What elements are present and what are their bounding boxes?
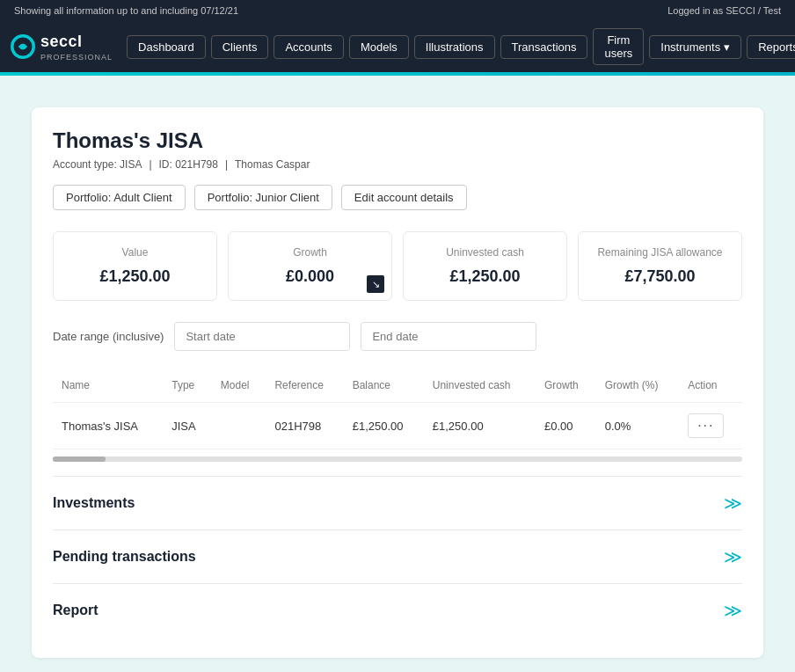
logo-icon — [11, 34, 35, 59]
row-model — [212, 403, 266, 449]
logo-text: seccl — [40, 33, 113, 51]
action-buttons: Portfolio: Adult Client Portfolio: Junio… — [53, 185, 742, 210]
nav-firm-users[interactable]: Firm users — [593, 28, 644, 65]
col-model: Model — [212, 369, 266, 403]
stat-value: Value £1,250.00 — [53, 231, 217, 301]
account-id-label: ID: 021H798 — [159, 158, 218, 171]
report-chevron-icon: ≫ — [724, 600, 742, 621]
pending-transactions-title: Pending transactions — [53, 549, 196, 565]
investments-section[interactable]: Investments ≫ — [53, 476, 742, 530]
nav-clients[interactable]: Clients — [211, 35, 269, 59]
row-growth: £0.00 — [536, 403, 596, 449]
col-name: Name — [53, 369, 163, 403]
date-range-label: Date range (inclusive) — [53, 330, 164, 343]
row-uninvested-cash: £1,250.00 — [424, 403, 536, 449]
row-growth-pct: 0.0% — [596, 403, 679, 449]
growth-arrow-icon: ↘ — [367, 275, 384, 293]
main-content: Thomas's JISA Account type: JISA | ID: 0… — [0, 76, 795, 672]
nav-accounts[interactable]: Accounts — [274, 35, 343, 59]
portfolio-junior-btn[interactable]: Portfolio: Junior Client — [194, 185, 332, 210]
stat-jisa-allowance: Remaining JISA allowance £7,750.00 — [578, 231, 742, 301]
nav-left: seccl PROFESSIONAL Dashboard Clients Acc… — [11, 28, 795, 65]
accounts-table: Name Type Model Reference Balance Uninve… — [53, 369, 742, 449]
col-reference: Reference — [266, 369, 343, 403]
investments-chevron-icon: ≫ — [724, 493, 742, 514]
row-balance: £1,250.00 — [344, 403, 424, 449]
row-action-button[interactable]: ··· — [688, 413, 724, 438]
top-bar: Showing all information up to and includ… — [0, 0, 795, 72]
col-balance: Balance — [344, 369, 424, 403]
logo-sub: PROFESSIONAL — [40, 53, 113, 62]
logo: seccl PROFESSIONAL — [11, 33, 113, 62]
account-meta: Account type: JISA | ID: 021H798 | Thoma… — [53, 158, 742, 171]
col-action: Action — [679, 369, 742, 403]
scrollbar-thumb — [53, 457, 106, 462]
nav-transactions[interactable]: Transactions — [500, 35, 588, 59]
col-type: Type — [163, 369, 212, 403]
nav-reports[interactable]: Reports ▾ — [747, 35, 795, 59]
account-card: Thomas's JISA Account type: JISA | ID: 0… — [32, 107, 763, 658]
investments-title: Investments — [53, 495, 135, 511]
row-reference: 021H798 — [266, 403, 343, 449]
account-title: Thomas's JISA — [53, 128, 742, 153]
table-header: Name Type Model Reference Balance Uninve… — [53, 369, 742, 403]
nav-illustrations[interactable]: Illustrations — [414, 35, 495, 59]
account-client-name: Thomas Caspar — [235, 158, 310, 171]
stats-grid: Value £1,250.00 Growth £0.000 ↘ Uninvest… — [53, 231, 742, 301]
table-scrollbar[interactable] — [53, 457, 742, 462]
table-row: Thomas's JISA JISA 021H798 £1,250.00 £1,… — [53, 403, 742, 449]
nav-dashboard[interactable]: Dashboard — [127, 35, 206, 59]
nav-instruments[interactable]: Instruments ▾ — [649, 35, 741, 59]
row-name: Thomas's JISA — [53, 403, 163, 449]
pending-transactions-chevron-icon: ≫ — [724, 546, 742, 567]
report-section[interactable]: Report ≫ — [53, 583, 742, 637]
edit-account-btn[interactable]: Edit account details — [341, 185, 467, 210]
row-type: JISA — [163, 403, 212, 449]
meta-divider-2: | — [225, 158, 228, 171]
end-date-input[interactable] — [361, 322, 536, 351]
info-text-right: Logged in as SECCI / Test — [667, 5, 781, 16]
stat-uninvested-cash: Uninvested cash £1,250.00 — [403, 231, 567, 301]
table-body: Thomas's JISA JISA 021H798 £1,250.00 £1,… — [53, 403, 742, 449]
account-type-label: Account type: JISA — [53, 158, 142, 171]
col-growth-pct: Growth (%) — [596, 369, 679, 403]
start-date-input[interactable] — [174, 322, 350, 351]
col-growth: Growth — [536, 369, 596, 403]
info-bar: Showing all information up to and includ… — [0, 0, 795, 21]
nav-bar: seccl PROFESSIONAL Dashboard Clients Acc… — [0, 21, 795, 72]
row-action: ··· — [679, 403, 742, 449]
report-title: Report — [53, 603, 98, 618]
pending-transactions-section[interactable]: Pending transactions ≫ — [53, 530, 742, 583]
stat-growth: Growth £0.000 ↘ — [228, 231, 392, 301]
col-uninvested-cash: Uninvested cash — [424, 369, 536, 403]
meta-divider-1: | — [149, 158, 151, 171]
date-range: Date range (inclusive) — [53, 322, 742, 351]
info-text-left: Showing all information up to and includ… — [14, 5, 238, 16]
portfolio-adult-btn[interactable]: Portfolio: Adult Client — [53, 185, 186, 210]
nav-models[interactable]: Models — [349, 35, 409, 59]
